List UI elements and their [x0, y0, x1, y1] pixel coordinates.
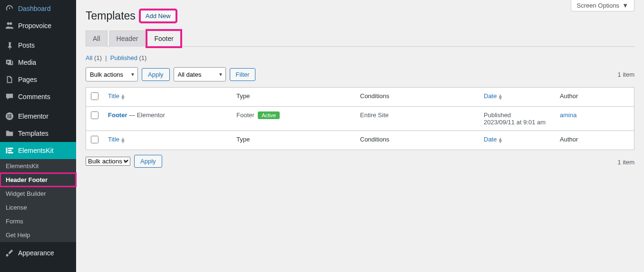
- items-count-top: 1 item: [618, 71, 634, 78]
- items-count-bottom: 1 item: [618, 159, 634, 166]
- comment-icon: [5, 92, 14, 101]
- sub-header-footer[interactable]: Header Footer: [0, 173, 76, 187]
- elementskit-icon: [5, 146, 14, 155]
- svg-rect-8: [8, 152, 13, 153]
- nav-label: Comments: [18, 93, 50, 101]
- col-author-foot: Author: [555, 131, 634, 150]
- col-date[interactable]: Date▲▼: [484, 92, 503, 100]
- tab-footer[interactable]: Footer: [147, 30, 180, 47]
- sub-widget-builder[interactable]: Widget Builder: [0, 187, 76, 201]
- bulk-actions-select-bottom[interactable]: Bulk actions: [86, 157, 130, 166]
- active-badge: Active: [258, 111, 280, 119]
- nav-label: ElementsKit: [18, 147, 54, 154]
- col-conditions: Conditions: [355, 88, 479, 107]
- nav-elementor[interactable]: Elementor: [0, 108, 76, 125]
- date-filter-select[interactable]: All dates: [174, 67, 226, 81]
- sub-elementskit[interactable]: ElementsKit: [0, 159, 76, 173]
- filter-published[interactable]: Published: [110, 54, 137, 61]
- sort-icon: ▲▼: [498, 137, 503, 143]
- nav-label: Dashboard: [18, 5, 51, 12]
- people-icon: [5, 21, 14, 30]
- page-title: Templates: [86, 10, 136, 22]
- nav-posts[interactable]: Posts: [0, 37, 76, 54]
- svg-rect-7: [8, 150, 12, 151]
- svg-rect-5: [6, 148, 8, 153]
- status-filters: All (1) | Published (1) Search Templates: [86, 54, 634, 61]
- media-icon: [5, 58, 14, 67]
- apply-button-bottom[interactable]: Apply: [134, 155, 162, 168]
- nav-dashboard[interactable]: Dashboard: [0, 0, 76, 17]
- nav-label: Elementor: [18, 112, 49, 120]
- col-type: Type: [232, 88, 355, 107]
- filter-all-count: (1): [94, 54, 102, 61]
- admin-sidebar: Dashboard Propovoice Posts Media Pages C…: [0, 0, 76, 272]
- filter-published-count: (1): [139, 54, 147, 61]
- nav-comments[interactable]: Comments: [0, 88, 76, 105]
- svg-rect-3: [9, 116, 11, 117]
- nav-templates[interactable]: Templates: [0, 125, 76, 142]
- col-type-foot: Type: [232, 131, 355, 150]
- col-conditions-foot: Conditions: [355, 131, 479, 150]
- nav-label: Propovoice: [18, 22, 51, 30]
- template-tabs: All Header Footer: [86, 30, 634, 47]
- row-type: Footer: [236, 111, 254, 119]
- select-all-top[interactable]: [91, 92, 98, 100]
- add-new-button[interactable]: Add New: [140, 10, 176, 22]
- col-title-foot[interactable]: Title▲▼: [108, 136, 126, 143]
- nav-media[interactable]: Media: [0, 54, 76, 71]
- select-all-bottom[interactable]: [91, 136, 98, 143]
- brush-icon: [5, 248, 14, 258]
- nav-propovoice[interactable]: Propovoice: [0, 17, 76, 34]
- row-author-link[interactable]: amina: [560, 111, 576, 119]
- nav-label: Media: [18, 59, 36, 66]
- templates-table: Title▲▼ Type Conditions Date▲▼ Author Fo…: [86, 87, 634, 150]
- pin-icon: [5, 40, 14, 50]
- sort-icon: ▲▼: [498, 94, 503, 100]
- table-row: Footer — Elementor Footer Active Entire …: [86, 107, 634, 131]
- row-conditions: Entire Site: [355, 107, 479, 131]
- row-builder-label: — Elementor: [127, 111, 165, 119]
- row-date-value: 2023/09/11 at 9:01 am: [484, 119, 546, 126]
- sub-license[interactable]: License: [0, 201, 76, 214]
- main-content: Screen Options ▼ Templates Add New All H…: [76, 0, 644, 272]
- nav-label: Posts: [18, 41, 35, 49]
- sort-icon: ▲▼: [120, 94, 126, 100]
- nav-label: Appearance: [18, 249, 54, 257]
- nav-label: Pages: [18, 76, 37, 83]
- apply-button[interactable]: Apply: [142, 68, 170, 81]
- col-title[interactable]: Title▲▼: [108, 92, 126, 100]
- svg-rect-6: [8, 148, 13, 149]
- submenu-elementskit: ElementsKit Header Footer Widget Builder…: [0, 159, 76, 242]
- screen-options-label: Screen Options: [577, 2, 620, 9]
- tab-header[interactable]: Header: [109, 30, 146, 47]
- screen-options-toggle[interactable]: Screen Options ▼: [571, 0, 634, 11]
- filter-button[interactable]: Filter: [230, 68, 256, 81]
- row-date-status: Published: [484, 111, 511, 119]
- col-date-foot[interactable]: Date▲▼: [484, 136, 503, 143]
- sort-icon: ▲▼: [120, 137, 126, 143]
- tab-all[interactable]: All: [86, 30, 107, 47]
- elementor-icon: [5, 111, 14, 121]
- nav-pages[interactable]: Pages: [0, 71, 76, 88]
- svg-rect-4: [9, 117, 11, 118]
- svg-rect-2: [9, 114, 11, 115]
- svg-rect-1: [8, 114, 9, 118]
- sub-forms[interactable]: Forms: [0, 214, 76, 228]
- nav-elementskit[interactable]: ElementsKit: [0, 142, 76, 159]
- nav-appearance[interactable]: Appearance: [0, 244, 76, 262]
- col-author: Author: [555, 88, 634, 107]
- pages-icon: [5, 75, 14, 84]
- chevron-down-icon: ▼: [622, 2, 628, 9]
- bulk-actions-select[interactable]: Bulk actions: [86, 67, 138, 81]
- row-title-link[interactable]: Footer: [108, 111, 127, 119]
- sub-get-help[interactable]: Get Help: [0, 228, 76, 242]
- filter-all[interactable]: All: [86, 54, 92, 61]
- gauge-icon: [5, 4, 14, 13]
- folder-icon: [5, 129, 14, 138]
- row-checkbox[interactable]: [91, 111, 98, 119]
- nav-label: Templates: [18, 130, 49, 137]
